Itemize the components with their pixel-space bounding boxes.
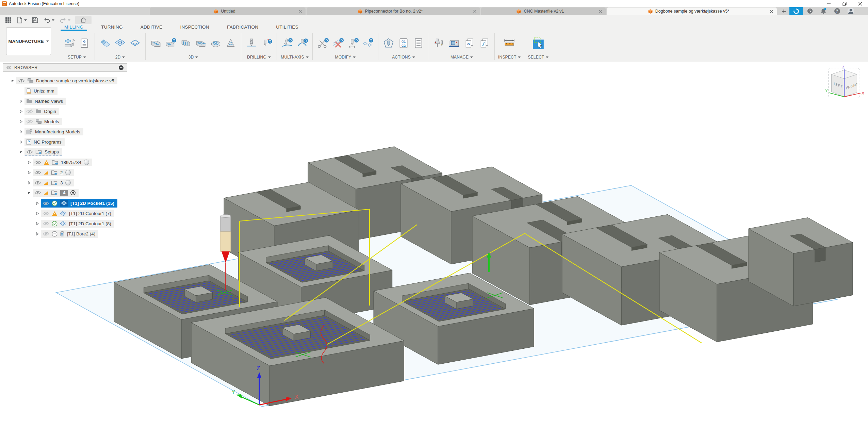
window-selection-button[interactable] [530, 36, 546, 50]
ribbon-tab-turning[interactable]: TURNING [100, 24, 124, 30]
browser-item[interactable]: [T1] 2D Pocket1 (15) [41, 199, 117, 208]
ribbon-group-dropdown[interactable]: 2D [115, 54, 125, 61]
collapsed-arrow-icon[interactable] [27, 181, 31, 185]
ribbon-tab-utilities[interactable]: UTILITIES [275, 24, 299, 30]
recent-activity-button[interactable] [803, 7, 817, 15]
ribbon-group-dropdown[interactable]: SELECT [528, 54, 548, 61]
browser-item[interactable]: 4 [33, 189, 79, 197]
panel-options-icon[interactable] [118, 65, 124, 70]
collapsed-arrow-icon[interactable] [35, 201, 39, 205]
browser-item[interactable]: Units: mm [24, 87, 58, 95]
scallop-button[interactable] [194, 37, 208, 49]
ribbon-tab-fabrication[interactable]: FABRICATION [226, 24, 259, 30]
collapsed-arrow-icon[interactable] [18, 140, 23, 144]
post-process-button[interactable]: G1G2 [397, 37, 410, 49]
collapsed-arrow-icon[interactable] [27, 161, 31, 164]
browser-row[interactable]: [T1] Bore2 (4) [3, 229, 139, 239]
morphed-spiral-button[interactable] [224, 37, 238, 49]
browser-row[interactable]: Dogbone sample og værktøjskasse v5 [3, 76, 139, 86]
browser-row[interactable]: Models [3, 116, 139, 127]
visibility-eye-icon[interactable] [43, 211, 49, 216]
collapsed-arrow-icon[interactable] [18, 99, 23, 103]
measure-button[interactable] [503, 37, 516, 49]
ribbon-group-dropdown[interactable]: SETUP [68, 54, 86, 61]
browser-item[interactable]: [T1] 2D Contour1 (8) [41, 220, 114, 228]
visibility-eye-icon[interactable] [26, 109, 33, 114]
edit-tool-button[interactable] [346, 37, 360, 49]
ribbon-group-dropdown[interactable]: MULTI-AXIS [281, 54, 308, 61]
collapsed-arrow-icon[interactable] [35, 212, 39, 215]
browser-header[interactable]: BROWSER [3, 63, 127, 72]
undo-button[interactable] [43, 17, 54, 23]
collapsed-arrow-icon[interactable] [35, 222, 39, 226]
browser-row[interactable]: Manufacturing Models [3, 127, 139, 137]
help-button[interactable]: ? [830, 7, 844, 15]
browser-row[interactable]: [T1] 2D Contour1 (7) [3, 208, 139, 218]
browser-item[interactable]: Setups [24, 148, 62, 156]
2d-adaptive-clearing-button[interactable] [98, 37, 112, 49]
workspace-selector[interactable]: MANUFACTURE [6, 27, 51, 55]
browser-row[interactable]: 2 [3, 167, 139, 178]
collapsed-arrow-icon[interactable] [27, 171, 31, 175]
browser-row[interactable]: Named Views [3, 96, 139, 106]
browser-item[interactable]: Manufacturing Models [24, 128, 83, 135]
close-icon[interactable] [473, 10, 477, 13]
ribbon-tab-inspection[interactable]: INSPECTION [179, 24, 210, 30]
swarf-button[interactable] [280, 37, 294, 49]
ribbon-group-dropdown[interactable]: ACTIONS [392, 54, 415, 61]
browser-row[interactable]: Origin [3, 106, 139, 116]
job-status-button[interactable] [789, 7, 803, 15]
machine-library-button[interactable] [447, 37, 461, 49]
browser-row[interactable]: [T1] 2D Pocket1 (15) [3, 198, 139, 208]
expanded-arrow-icon[interactable] [27, 191, 31, 195]
ribbon-tab-additive[interactable]: ADDITIVE [140, 24, 164, 30]
visibility-eye-icon[interactable] [34, 191, 41, 195]
templates-button[interactable] [477, 37, 491, 49]
visibility-eye-icon[interactable] [34, 181, 41, 185]
collapsed-arrow-icon[interactable] [35, 232, 39, 236]
browser-item[interactable]: Named Views [24, 98, 66, 105]
browser-item[interactable]: 2 [33, 169, 74, 176]
visibility-eye-icon[interactable] [43, 221, 49, 226]
parallel-button[interactable] [179, 37, 193, 49]
visibility-eye-icon[interactable] [18, 79, 25, 83]
setup-sheet-button[interactable] [412, 37, 425, 49]
app-grid-button[interactable] [5, 17, 12, 23]
new-setup-button[interactable] [63, 37, 76, 49]
ribbon-tab-milling[interactable]: MILLING [63, 24, 84, 30]
viewport-3d[interactable]: ZXY LEFT FRONT Z X Y BROWSER Dogbone sam… [0, 63, 868, 428]
drill-button[interactable] [245, 37, 258, 49]
close-icon[interactable] [298, 10, 302, 13]
browser-row[interactable]: 18975734 [3, 157, 139, 167]
document-tab[interactable]: Untitled [150, 7, 306, 15]
browser-row[interactable]: Units: mm [3, 86, 139, 96]
ribbon-group-dropdown[interactable]: DRILLING [247, 54, 271, 61]
browser-item[interactable]: 3 [33, 179, 74, 186]
browser-item[interactable]: Origin [24, 108, 59, 115]
delete-passes-button[interactable] [331, 37, 345, 49]
2d-pocket-button[interactable] [113, 37, 127, 49]
browser-item[interactable]: GNC Programs [24, 138, 65, 146]
close-icon[interactable] [599, 10, 602, 13]
ribbon-group-dropdown[interactable]: MANAGE [451, 54, 473, 61]
notifications-button[interactable] [817, 7, 830, 15]
restore-button[interactable] [837, 0, 852, 7]
collapsed-arrow-icon[interactable] [18, 130, 23, 134]
document-tab[interactable]: CNC Masterfile v2 v1 [481, 7, 606, 15]
ribbon-group-dropdown[interactable]: 3D [189, 54, 198, 61]
document-tab-active[interactable]: Dogbone sample og værktøjskasse v5* [607, 7, 777, 15]
browser-item[interactable]: [T1] 2D Contour1 (7) [41, 210, 114, 217]
simulate-button[interactable] [382, 37, 395, 49]
multi-axis-contour-button[interactable] [295, 37, 309, 49]
nc-programs-folder-button[interactable]: G [462, 37, 476, 49]
expanded-arrow-icon[interactable] [18, 150, 23, 154]
active-setup-radio[interactable] [70, 190, 76, 195]
browser-item[interactable]: Dogbone sample og værktøjskasse v5 [16, 77, 117, 84]
view-cube[interactable]: LEFT FRONT Z X Y [823, 65, 865, 107]
visibility-eye-icon[interactable] [26, 150, 33, 154]
visibility-eye-icon[interactable] [26, 119, 33, 124]
close-button[interactable] [852, 0, 868, 7]
new-tab-button[interactable] [778, 7, 789, 15]
visibility-eye-icon[interactable] [43, 232, 49, 236]
collapsed-arrow-icon[interactable] [18, 120, 23, 124]
